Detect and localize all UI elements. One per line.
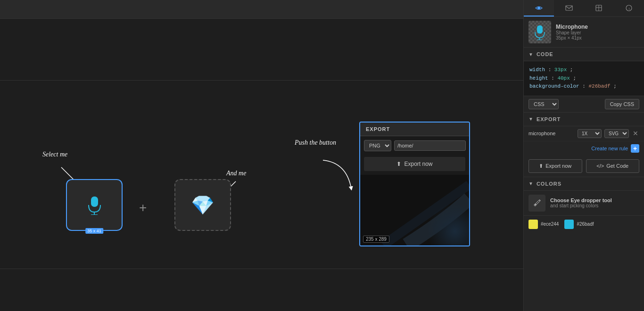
svg-rect-10 [537, 25, 543, 33]
canvas-area: Select me 35 x 41 + And me [0, 0, 523, 311]
eye-dropper-sub: and start picking colors [550, 203, 612, 208]
panel-tab-mail[interactable] [554, 0, 584, 16]
select-me-label: Select me [42, 151, 67, 158]
code-chevron-icon: ▼ [528, 52, 534, 57]
export-popup: EXPORT PNG SVG JPG ⬆ Export now 235 [359, 122, 470, 246]
export-popup-header: EXPORT [360, 123, 469, 136]
export-now-popup-button[interactable]: ⬆ Export now [364, 157, 465, 171]
code-block: width : 33px ; height : 40px ; backgroun… [524, 61, 644, 96]
get-code-label: Get Code [606, 163, 628, 169]
code-controls: CSS SCSS Less Copy CSS [524, 96, 644, 113]
panel-tab-slice[interactable] [584, 0, 614, 16]
code-brackets-icon: </> [596, 163, 604, 169]
svg-text:i: i [629, 7, 630, 11]
colors-chevron-icon: ▼ [528, 181, 534, 186]
export-rule-remove-button[interactable]: ✕ [632, 130, 639, 137]
copy-css-button[interactable]: Copy CSS [605, 99, 639, 109]
eye-dropper-icon [533, 199, 541, 207]
svg-rect-0 [91, 196, 98, 207]
color-swatches: #ece244 #26badf [524, 216, 644, 233]
code-val-width: 33px [554, 67, 567, 73]
export-scale-select[interactable]: 0.5X 1X 2X 3X [578, 129, 602, 138]
panel-tab-info[interactable]: i [614, 0, 644, 16]
export-chevron-icon: ▼ [528, 116, 534, 122]
code-line-2: height : 40px ; [529, 74, 638, 83]
code-prop-bgcolor: background-color [529, 83, 579, 89]
export-now-icon: ⬆ [539, 163, 543, 169]
export-now-main-button[interactable]: ⬆ Export now [528, 159, 582, 173]
layer-name: Microphone [556, 24, 639, 30]
export-now-label: Export now [545, 163, 571, 169]
plus-sign: + [139, 200, 147, 215]
diamond-icon: 💎 [191, 194, 215, 216]
panel-top-icons: i [524, 0, 644, 17]
popup-dimension-badge: 235 x 289 [363, 236, 389, 243]
code-prop-height: height [529, 75, 548, 81]
svg-line-14 [539, 200, 540, 201]
code-section-title: CODE [537, 51, 553, 57]
panel-tab-eye[interactable] [524, 0, 554, 16]
export-popup-preview: 235 x 289 [360, 175, 469, 246]
push-button-label: Push the button [295, 139, 336, 147]
and-me-label: And me [226, 170, 246, 177]
export-buttons-row: ⬆ Export now </> Get Code [524, 156, 644, 177]
code-val-bgcolor: #26badf [588, 83, 610, 89]
export-section-title: EXPORT [537, 116, 561, 122]
eye-dropper-icon-box [528, 195, 545, 212]
swatch-blue [564, 220, 574, 229]
canvas-content: Select me 35 x 41 + And me [0, 19, 523, 311]
create-new-rule-label: Create new rule [591, 146, 628, 151]
create-new-rule-row[interactable]: Create new rule + [524, 141, 644, 156]
eye-dropper-title: Choose Eye dropper tool [550, 197, 612, 203]
microphone-canvas-object[interactable]: 35 x 41 [66, 179, 123, 231]
canvas-top-bar [0, 0, 523, 19]
code-prop-width: width [529, 67, 545, 73]
get-code-button[interactable]: </> Get Code [586, 159, 640, 173]
eye-icon [535, 4, 543, 12]
info-icon: i [625, 4, 633, 12]
export-rule-row: microphone 0.5X 1X 2X 3X PNG SVG JPG ✕ [524, 126, 644, 141]
preview-decoration [360, 175, 469, 246]
layer-thumbnail [528, 21, 551, 43]
layer-thumb-icon [533, 25, 546, 40]
swatch-yellow [528, 220, 538, 229]
export-popup-format-row: PNG SVG JPG [360, 136, 469, 155]
code-line-1: width : 33px ; [529, 66, 638, 74]
layer-info: Microphone Shape layer 35px × 41px [556, 24, 639, 41]
export-now-popup-label: Export now [404, 161, 432, 167]
swatch-blue-label: #26badf [577, 221, 594, 227]
layer-item[interactable]: Microphone Shape layer 35px × 41px [524, 17, 644, 48]
microphone-icon [86, 196, 103, 215]
color-swatch-blue[interactable]: #26badf [564, 220, 594, 229]
canvas-divider-top [0, 80, 523, 81]
export-path-input[interactable] [394, 140, 466, 151]
code-format-select[interactable]: CSS SCSS Less [528, 99, 559, 109]
export-rule-name: microphone [528, 131, 575, 136]
push-arrow-icon [318, 158, 356, 196]
colors-section-title: COLORS [537, 181, 561, 187]
mail-icon [565, 4, 573, 12]
code-section-header[interactable]: ▼ CODE [524, 48, 644, 61]
canvas-divider-bottom [0, 269, 523, 269]
colors-section-header[interactable]: ▼ COLORS [524, 177, 644, 191]
layer-size: 35px × 41px [556, 35, 639, 41]
eye-dropper-text: Choose Eye dropper tool and start pickin… [550, 197, 612, 208]
export-format-select-panel[interactable]: PNG SVG JPG [604, 129, 629, 138]
slice-icon [595, 4, 603, 12]
code-line-3: background-color : #26badf ; [529, 82, 638, 91]
diamond-canvas-object[interactable]: 💎 [174, 179, 231, 231]
swatch-yellow-label: #ece244 [541, 221, 559, 227]
layer-type: Shape layer [556, 30, 639, 35]
export-section-header[interactable]: ▼ EXPORT [524, 113, 644, 126]
export-icon: ⬆ [396, 161, 401, 167]
right-panel: i Microphone Shape layer 35px × 41px ▼ C… [523, 0, 644, 311]
mic-size-badge: 35 x 41 [85, 228, 103, 234]
code-val-height: 40px [557, 75, 570, 81]
export-format-select[interactable]: PNG SVG JPG [364, 140, 391, 151]
color-swatch-yellow[interactable]: #ece244 [528, 220, 559, 229]
eye-dropper-row[interactable]: Choose Eye dropper tool and start pickin… [524, 191, 644, 216]
svg-rect-4 [566, 6, 572, 10]
create-new-rule-plus-icon[interactable]: + [631, 144, 639, 153]
